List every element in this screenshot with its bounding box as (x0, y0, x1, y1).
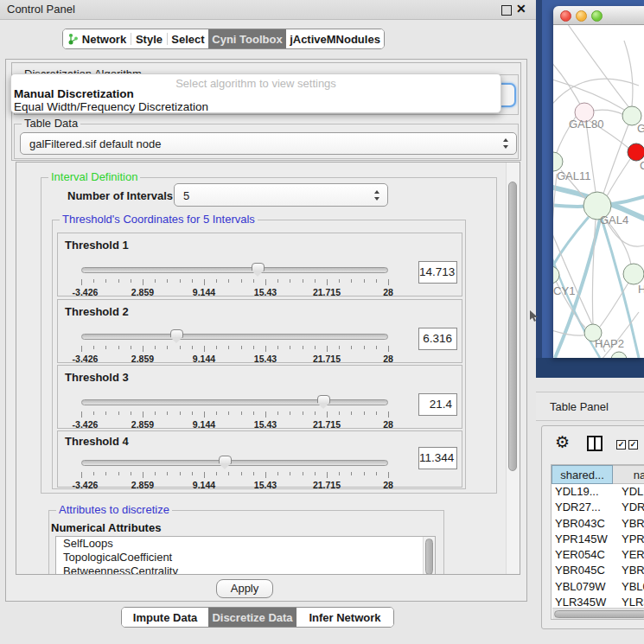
graph-node[interactable] (553, 266, 559, 284)
column-header-shared-name[interactable]: shared... (552, 465, 613, 484)
panel-scrollbar[interactable] (506, 163, 520, 574)
table-row[interactable]: YBR045CYBR0 (552, 563, 644, 578)
algorithm-option-equal-width[interactable]: Equal Width/Frequency Discretization (14, 100, 208, 113)
network-canvas[interactable]: GAL80GACGAL11GAL4GCY1HHAP2 (553, 25, 644, 358)
screen: Control Panel ✕ Network Style Select (0, 0, 644, 644)
graph-node[interactable] (553, 152, 563, 171)
attribute-item[interactable]: TopologicalCoefficient (56, 551, 435, 564)
threshold-3-box: Threshold 3 -3.4262.8599.14415.4321.7152… (57, 365, 462, 429)
table-hscrollbar[interactable] (552, 608, 644, 619)
tab-network[interactable]: Network (63, 29, 131, 48)
threshold-4-box: Threshold 4 -3.4262.8599.14415.4321.7152… (57, 430, 462, 488)
cyni-mode-tabs: Impute Data Discretize Data Infer Networ… (121, 607, 394, 628)
tab-select[interactable]: Select (168, 29, 208, 48)
slider-thumb[interactable] (170, 329, 183, 338)
slider-tick-labels: -3.4262.8599.14415.4321.71528 (81, 354, 388, 364)
attributes-group-label: Attributes to discretize (56, 504, 172, 516)
tab-jactivemnodules[interactable]: jActiveMNodules (286, 29, 384, 48)
attribute-item[interactable]: BetweennessCentrality (56, 564, 435, 575)
attributes-group: Attributes to discretize Numerical Attri… (48, 510, 444, 575)
panel-title: Control Panel (7, 3, 75, 16)
table-data-select[interactable]: galFiltered.sif default node (20, 132, 517, 155)
network-view-window: GAL80GACGAL11GAL4GCY1HHAP2 (553, 6, 644, 358)
threshold-2-value[interactable]: 6.316 (418, 328, 457, 350)
node-table: shared... na YDL19...YDL1YDR27...YDR2YBR… (551, 464, 644, 620)
desktop-bottom-edge (536, 358, 644, 378)
threshold-2-box: Threshold 2 -3.4262.8599.14415.4321.7152… (57, 299, 462, 363)
threshold-1-box: Threshold 1 -3.4262.8599.14415.4321.7152… (57, 233, 462, 296)
slider-tick-labels: -3.4262.8599.14415.4321.71528 (81, 287, 388, 297)
slider-thumb[interactable] (252, 263, 265, 271)
attribute-item[interactable]: SelfLoops (56, 537, 435, 551)
slider-track[interactable] (81, 399, 388, 405)
threshold-4-label: Threshold 4 (65, 435, 129, 448)
table-row[interactable]: YER054CYER0 (552, 547, 644, 563)
table-row[interactable]: YDL19...YDL1 (552, 484, 644, 500)
slider-track[interactable] (81, 460, 388, 466)
graph-node[interactable] (623, 264, 644, 284)
graph-node-label: HAP2 (595, 337, 624, 350)
threshold-1-slider[interactable]: -3.4262.8599.14415.4321.71528 (81, 259, 388, 296)
threshold-3-label: Threshold 3 (65, 371, 129, 384)
mouse-cursor (529, 310, 539, 322)
split-view-icon[interactable] (587, 436, 603, 451)
stepper-arrows-icon (374, 190, 380, 201)
slider-thumb[interactable] (317, 395, 330, 404)
algorithm-option-manual[interactable]: Manual Discretization (14, 87, 134, 100)
numerical-attributes-list[interactable]: SelfLoopsTopologicalCoefficientBetweenne… (55, 536, 436, 575)
table-data-selected-value: galFiltered.sif default node (29, 137, 161, 150)
slider-ticks (81, 279, 388, 286)
column-header-name[interactable]: na (613, 465, 644, 484)
slider-track[interactable] (81, 334, 388, 340)
close-traffic-light-icon[interactable] (560, 10, 571, 22)
graph-node-label: C (640, 159, 644, 172)
tab-infer-network[interactable]: Infer Network (296, 608, 393, 627)
graph-node-label: GAL4 (600, 214, 628, 226)
graph-node[interactable] (628, 143, 644, 161)
tab-impute-data[interactable]: Impute Data (122, 608, 208, 627)
threshold-4-value[interactable]: 11.344 (418, 447, 457, 469)
threshold-3-slider[interactable]: -3.4262.8599.14415.4321.71528 (81, 392, 388, 428)
table-rows: YDL19...YDL1YDR27...YDR2YBR043CYBR0YPR14… (552, 484, 644, 620)
table-hscrollbar-thumb[interactable] (554, 610, 644, 618)
tab-style[interactable]: Style (131, 29, 167, 48)
graph-node-label: H (638, 283, 644, 296)
close-icon[interactable]: ✕ (516, 2, 526, 16)
threshold-3-value[interactable]: 21.4 (418, 393, 457, 416)
panel-scrollbar-thumb[interactable] (508, 182, 517, 471)
number-of-intervals-select[interactable]: 5 (174, 183, 388, 207)
slider-tick-labels: -3.4262.8599.14415.4321.71528 (81, 480, 388, 490)
table-panel-titlebar: Table Panel (536, 392, 644, 421)
checkbox-icon[interactable]: ✓ (628, 440, 638, 450)
slider-track[interactable] (81, 267, 388, 273)
graph-node-label: GA (637, 122, 644, 135)
number-of-intervals-value: 5 (183, 188, 189, 201)
checkbox-icon[interactable]: ✓ (616, 440, 626, 450)
table-row[interactable]: YPR145WYPR1 (552, 532, 644, 547)
tab-cyni-toolbox[interactable]: Cyni Toolbox (208, 29, 286, 48)
threshold-2-slider[interactable]: -3.4262.8599.14415.4321.71528 (81, 326, 388, 362)
network-window-titlebar[interactable] (553, 6, 644, 25)
slider-ticks (81, 411, 388, 418)
minimize-traffic-light-icon[interactable] (576, 10, 587, 22)
threshold-4-slider[interactable]: -3.4262.8599.14415.4321.71528 (81, 452, 388, 488)
network-icon (67, 33, 79, 45)
settings-scroll-panel: Interval Definition Number of Intervals … (16, 162, 520, 575)
numerical-attributes-label: Numerical Attributes (51, 521, 161, 534)
threshold-1-value[interactable]: 14.713 (418, 261, 457, 284)
slider-thumb[interactable] (219, 456, 232, 464)
list-scrollbar-thumb[interactable] (425, 539, 433, 575)
float-window-icon[interactable] (501, 5, 512, 16)
table-data-group: Table Data galFiltered.sif default node (14, 124, 519, 159)
table-row[interactable]: YBL079WYBL0 (552, 579, 644, 595)
graph-node[interactable] (611, 352, 627, 358)
list-scrollbar[interactable] (423, 537, 435, 575)
gear-icon[interactable]: ⚙ (555, 434, 570, 450)
apply-button[interactable]: Apply (216, 579, 273, 598)
tab-discretize-data[interactable]: Discretize Data (208, 608, 296, 627)
zoom-traffic-light-icon[interactable] (591, 10, 603, 22)
table-row[interactable]: YBR043CYBR0 (552, 516, 644, 532)
control-panel-titlebar: Control Panel ✕ (0, 0, 536, 20)
number-of-intervals-label: Number of Intervals (67, 189, 173, 202)
table-row[interactable]: YDR27...YDR2 (552, 500, 644, 515)
